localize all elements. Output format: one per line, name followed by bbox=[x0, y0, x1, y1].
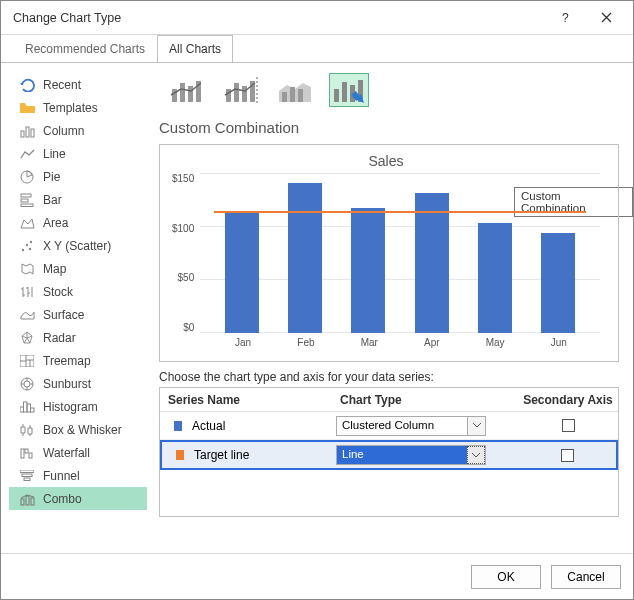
svg-rect-2 bbox=[21, 131, 24, 137]
svg-rect-17 bbox=[23, 402, 27, 412]
label: Recent bbox=[43, 78, 81, 92]
sidebar-item-boxwhisker[interactable]: Box & Whisker bbox=[9, 418, 147, 441]
svg-point-12 bbox=[29, 247, 31, 249]
sidebar-item-stock[interactable]: Stock bbox=[9, 280, 147, 303]
y-axis: $150 $100 $50 $0 bbox=[172, 173, 200, 333]
series-row-actual[interactable]: Actual Clustered Column bbox=[160, 412, 618, 440]
sidebar-item-sunburst[interactable]: Sunburst bbox=[9, 372, 147, 395]
series-table: Series Name Chart Type Secondary Axis Ac… bbox=[159, 387, 619, 517]
chart-preview: Sales $150 $100 $50 $0 JanFebMarAprMayJu… bbox=[159, 144, 619, 362]
svg-rect-20 bbox=[21, 449, 24, 458]
close-button[interactable] bbox=[587, 4, 625, 32]
bar bbox=[351, 208, 385, 333]
sunburst-icon bbox=[19, 376, 35, 392]
surface-icon bbox=[19, 307, 35, 323]
sidebar-item-column[interactable]: Column bbox=[9, 119, 147, 142]
sidebar-item-templates[interactable]: Templates bbox=[9, 96, 147, 119]
combo-icon bbox=[19, 491, 35, 507]
svg-rect-31 bbox=[188, 86, 193, 102]
svg-rect-26 bbox=[21, 499, 24, 505]
svg-rect-4 bbox=[31, 129, 34, 137]
svg-text:?: ? bbox=[562, 12, 569, 24]
label: Column bbox=[43, 124, 84, 138]
sidebar-item-histogram[interactable]: Histogram bbox=[9, 395, 147, 418]
label: Funnel bbox=[43, 469, 80, 483]
svg-rect-39 bbox=[298, 89, 303, 102]
swatch bbox=[176, 450, 184, 460]
label: Map bbox=[43, 262, 66, 276]
subtype-stacked-area-column[interactable] bbox=[275, 73, 315, 107]
recent-icon bbox=[19, 77, 35, 93]
subtype-clustered-column-line-secondary[interactable] bbox=[221, 73, 261, 107]
series-name: Target line bbox=[194, 448, 336, 462]
label: Treemap bbox=[43, 354, 91, 368]
sidebar-item-recent[interactable]: Recent bbox=[9, 73, 147, 96]
bar-icon bbox=[19, 192, 35, 208]
secondary-axis-checkbox-actual[interactable] bbox=[562, 419, 575, 432]
line-icon bbox=[19, 146, 35, 162]
label: Templates bbox=[43, 101, 98, 115]
svg-rect-41 bbox=[342, 82, 347, 102]
label: Histogram bbox=[43, 400, 98, 414]
header-series-name: Series Name bbox=[160, 393, 336, 407]
svg-rect-38 bbox=[290, 87, 295, 102]
stock-icon bbox=[19, 284, 35, 300]
chart-type-dropdown-actual[interactable]: Clustered Column bbox=[336, 416, 486, 436]
secondary-axis-checkbox-target[interactable] bbox=[561, 449, 574, 462]
svg-rect-29 bbox=[172, 89, 177, 102]
svg-rect-40 bbox=[334, 89, 339, 102]
header-secondary-axis: Secondary Axis bbox=[518, 393, 618, 407]
sidebar-item-combo[interactable]: Combo bbox=[9, 487, 147, 510]
sidebar-item-bar[interactable]: Bar bbox=[9, 188, 147, 211]
label: Stock bbox=[43, 285, 73, 299]
choose-label: Choose the chart type and axis for your … bbox=[159, 370, 619, 384]
tab-bar: Recommended Charts All Charts bbox=[1, 35, 633, 63]
sidebar-item-line[interactable]: Line bbox=[9, 142, 147, 165]
chevron-down-icon bbox=[467, 446, 485, 464]
target-line bbox=[214, 211, 586, 213]
map-icon bbox=[19, 261, 35, 277]
sidebar-item-pie[interactable]: Pie bbox=[9, 165, 147, 188]
svg-rect-7 bbox=[21, 199, 28, 202]
header-chart-type: Chart Type bbox=[336, 393, 518, 407]
radar-icon bbox=[19, 330, 35, 346]
tab-recommended-charts[interactable]: Recommended Charts bbox=[13, 35, 157, 62]
bar bbox=[415, 193, 449, 333]
cancel-button[interactable]: Cancel bbox=[551, 565, 621, 589]
sidebar-item-map[interactable]: Map bbox=[9, 257, 147, 280]
waterfall-icon bbox=[19, 445, 35, 461]
svg-point-15 bbox=[24, 381, 30, 387]
label: X Y (Scatter) bbox=[43, 239, 111, 253]
sidebar-item-area[interactable]: Area bbox=[9, 211, 147, 234]
help-button[interactable]: ? bbox=[547, 4, 585, 32]
chart-type-dropdown-target[interactable]: Line bbox=[336, 445, 486, 465]
sidebar-item-surface[interactable]: Surface bbox=[9, 303, 147, 326]
series-row-target-line[interactable]: Target line Line bbox=[160, 440, 618, 470]
sidebar-item-funnel[interactable]: Funnel bbox=[9, 464, 147, 487]
label: Radar bbox=[43, 331, 76, 345]
label: Line bbox=[43, 147, 66, 161]
sidebar-item-waterfall[interactable]: Waterfall bbox=[9, 441, 147, 464]
svg-rect-23 bbox=[20, 470, 34, 473]
svg-rect-8 bbox=[21, 204, 33, 207]
sidebar-item-scatter[interactable]: X Y (Scatter) bbox=[9, 234, 147, 257]
label: Box & Whisker bbox=[43, 423, 122, 437]
ok-button[interactable]: OK bbox=[471, 565, 541, 589]
svg-rect-24 bbox=[22, 474, 32, 477]
subtype-custom-combination[interactable] bbox=[329, 73, 369, 107]
tab-all-charts[interactable]: All Charts bbox=[157, 35, 233, 62]
svg-rect-18 bbox=[27, 404, 31, 412]
bar bbox=[478, 223, 512, 333]
svg-rect-30 bbox=[180, 83, 185, 102]
svg-point-10 bbox=[26, 243, 28, 245]
sidebar-item-treemap[interactable]: Treemap bbox=[9, 349, 147, 372]
bar bbox=[541, 233, 575, 333]
column-icon bbox=[19, 123, 35, 139]
dialog-body: Recent Templates Column Line Pie Bar Are… bbox=[1, 63, 633, 553]
subtype-clustered-column-line[interactable] bbox=[167, 73, 207, 107]
sidebar-item-radar[interactable]: Radar bbox=[9, 326, 147, 349]
series-name: Actual bbox=[192, 419, 336, 433]
bar bbox=[288, 183, 322, 333]
label: Waterfall bbox=[43, 446, 90, 460]
area-icon bbox=[19, 215, 35, 231]
